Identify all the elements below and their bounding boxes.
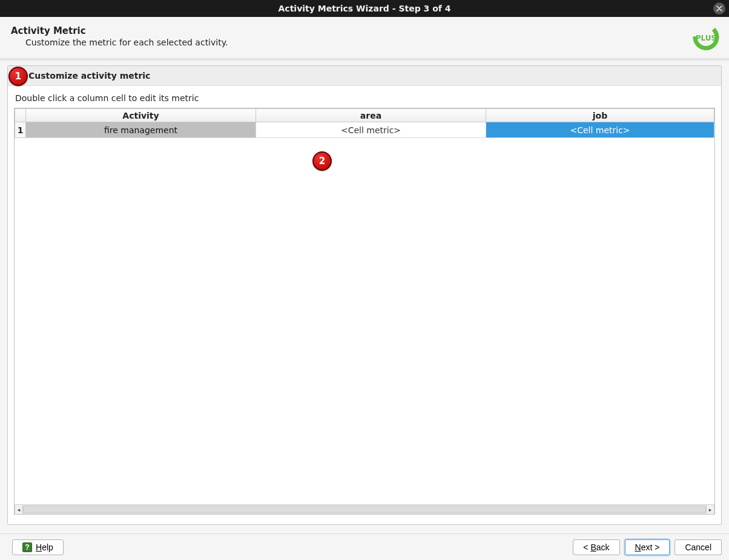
table-corner <box>15 109 26 122</box>
row-number: 1 <box>15 122 26 138</box>
back-button[interactable]: < Back <box>573 539 619 555</box>
cell-job[interactable]: <Cell metric> <box>486 122 714 138</box>
table-row: 1 fire management <Cell metric> <Cell me… <box>15 122 714 138</box>
scroll-thumb[interactable] <box>23 506 706 513</box>
horizontal-scrollbar[interactable]: ◂ ▸ <box>15 504 714 514</box>
cancel-button[interactable]: Cancel <box>675 539 722 555</box>
group-header: Customize activity metric <box>8 66 721 86</box>
close-icon <box>716 5 722 12</box>
window-title: Activity Metrics Wizard - Step 3 of 4 <box>279 4 451 13</box>
wizard-header: Activity Metric Customize the metric for… <box>0 17 729 58</box>
help-button-label: Help <box>36 542 53 552</box>
page-title: Activity Metric <box>11 25 718 36</box>
cell-activity[interactable]: fire management <box>26 122 256 138</box>
customize-group: Customize activity metric Double click a… <box>7 65 722 525</box>
wizard-footer: ? Help < Back Next > Cancel <box>0 533 729 560</box>
col-job[interactable]: job <box>486 109 714 122</box>
scroll-left-icon[interactable]: ◂ <box>15 505 23 514</box>
annotation-badge-2: 2 <box>312 151 332 171</box>
scroll-right-icon[interactable]: ▸ <box>706 505 714 514</box>
back-button-label: < Back <box>583 542 609 552</box>
help-button[interactable]: ? Help <box>12 539 64 555</box>
next-button[interactable]: Next > <box>625 539 670 555</box>
next-button-label: Next > <box>635 542 660 552</box>
scroll-track[interactable] <box>23 505 706 514</box>
col-activity[interactable]: Activity <box>26 109 256 122</box>
close-button[interactable] <box>713 2 725 15</box>
metrics-table: Activity area job 1 fire management <Cel… <box>15 108 714 138</box>
customize-checkbox-label: Customize activity metric <box>28 71 150 81</box>
title-bar: Activity Metrics Wizard - Step 3 of 4 <box>0 0 729 17</box>
cell-area[interactable]: <Cell metric> <box>256 122 486 138</box>
help-icon: ? <box>22 542 32 552</box>
plus-logo: PLUS <box>693 24 719 53</box>
group-hint: Double click a column cell to edit its m… <box>15 93 714 103</box>
annotation-badge-1: 1 <box>8 67 28 86</box>
page-subtitle: Customize the metric for each selected a… <box>11 38 718 47</box>
col-area[interactable]: area <box>256 109 486 122</box>
svg-text:PLUS: PLUS <box>696 34 716 42</box>
cancel-button-label: Cancel <box>685 542 711 552</box>
metrics-table-wrap: Activity area job 1 fire management <Cel… <box>14 108 715 515</box>
